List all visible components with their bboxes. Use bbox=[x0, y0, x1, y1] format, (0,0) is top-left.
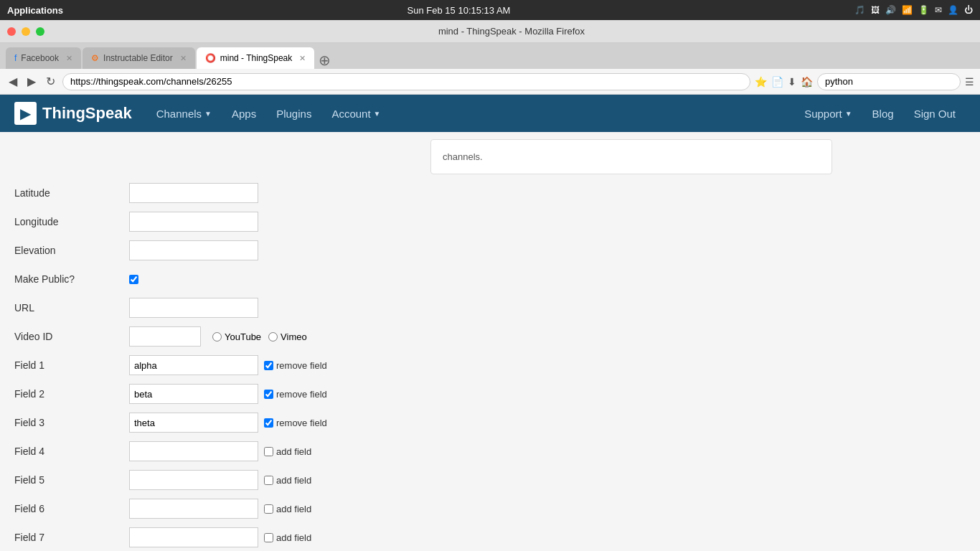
field6-add[interactable]: add field bbox=[264, 504, 311, 514]
thingspeak-favicon: ⭕ bbox=[205, 53, 216, 63]
user-icon: 👤 bbox=[948, 5, 958, 15]
field1-input[interactable] bbox=[129, 355, 258, 375]
field1-remove-checkbox[interactable] bbox=[264, 361, 273, 370]
video-id-row: Video ID YouTube Vimeo bbox=[14, 325, 430, 348]
home-icon[interactable]: 🏠 bbox=[801, 76, 813, 88]
email-icon: ✉ bbox=[935, 5, 942, 15]
image-icon: 🖼 bbox=[871, 5, 880, 15]
tab-instructable-close[interactable]: ✕ bbox=[180, 54, 187, 63]
vimeo-radio-label[interactable]: Vimeo bbox=[268, 331, 307, 342]
field4-add[interactable]: add field bbox=[264, 446, 311, 457]
field2-input[interactable] bbox=[129, 384, 258, 404]
forward-button[interactable]: ▶ bbox=[24, 73, 39, 90]
section-top: channels. bbox=[0, 132, 980, 174]
field6-input[interactable] bbox=[129, 499, 258, 519]
field1-remove[interactable]: remove field bbox=[264, 360, 327, 371]
tab-instructable-label: Instructable Editor bbox=[103, 53, 173, 63]
make-public-label: Make Public? bbox=[14, 273, 129, 285]
field5-input[interactable] bbox=[129, 470, 258, 490]
new-tab-button[interactable]: ⊕ bbox=[319, 52, 331, 69]
video-id-input[interactable] bbox=[129, 326, 201, 347]
refresh-button[interactable]: ↻ bbox=[43, 73, 58, 90]
nav-account[interactable]: Account ▼ bbox=[321, 95, 390, 132]
menu-icon[interactable]: ☰ bbox=[965, 76, 974, 88]
field5-row: Field 5 add field bbox=[14, 468, 430, 491]
nav-plugins[interactable]: Plugins bbox=[266, 95, 321, 132]
field1-input-group: remove field bbox=[129, 355, 327, 375]
main-content: channels. Latitude Longitude Elevation M bbox=[0, 132, 980, 551]
nav-apps[interactable]: Apps bbox=[222, 95, 266, 132]
wifi-icon: 📶 bbox=[902, 5, 913, 15]
field4-input[interactable] bbox=[129, 441, 258, 461]
field7-input[interactable] bbox=[129, 527, 258, 547]
field1-remove-text: remove field bbox=[276, 360, 327, 371]
field5-add-checkbox[interactable] bbox=[264, 476, 273, 485]
field6-add-checkbox[interactable] bbox=[264, 504, 273, 514]
tab-thingspeak[interactable]: ⭕ mind - ThingSpeak ✕ bbox=[197, 47, 315, 69]
vimeo-radio[interactable] bbox=[268, 332, 278, 342]
url-field-input[interactable] bbox=[129, 298, 258, 318]
maximize-window-button[interactable] bbox=[36, 27, 44, 36]
field2-remove-text: remove field bbox=[276, 389, 327, 400]
field6-label: Field 6 bbox=[14, 503, 129, 514]
make-public-checkbox[interactable] bbox=[129, 275, 138, 284]
nav-right: Support ▼ Blog Sign Out bbox=[794, 95, 966, 132]
download-icon[interactable]: ⬇ bbox=[788, 76, 796, 88]
facebook-favicon: f bbox=[14, 53, 17, 63]
youtube-label-text: YouTube bbox=[225, 331, 261, 342]
tab-facebook[interactable]: f Facebook ✕ bbox=[6, 47, 81, 69]
reader-icon[interactable]: 📄 bbox=[771, 76, 783, 88]
field3-input-group: remove field bbox=[129, 413, 327, 433]
make-public-checkbox-wrapper bbox=[129, 275, 138, 284]
field6-row: Field 6 add field bbox=[14, 497, 430, 520]
elevation-input[interactable] bbox=[129, 240, 258, 260]
tab-thingspeak-label: mind - ThingSpeak bbox=[220, 53, 293, 63]
back-button[interactable]: ◀ bbox=[6, 73, 20, 90]
field7-add[interactable]: add field bbox=[264, 532, 311, 543]
url-row: URL bbox=[14, 296, 430, 319]
latitude-input[interactable] bbox=[129, 183, 258, 203]
field5-add[interactable]: add field bbox=[264, 475, 311, 486]
field3-remove[interactable]: remove field bbox=[264, 418, 327, 428]
field3-input[interactable] bbox=[129, 413, 258, 433]
field4-label: Field 4 bbox=[14, 446, 129, 457]
info-text: channels. bbox=[443, 151, 483, 162]
field2-remove[interactable]: remove field bbox=[264, 389, 327, 400]
youtube-radio[interactable] bbox=[212, 332, 222, 342]
field3-remove-text: remove field bbox=[276, 418, 327, 428]
field4-add-checkbox[interactable] bbox=[264, 447, 273, 456]
tab-thingspeak-close[interactable]: ✕ bbox=[299, 54, 306, 63]
nav-blog[interactable]: Blog bbox=[862, 95, 904, 132]
tab-instructable[interactable]: ⚙ Instructable Editor ✕ bbox=[83, 47, 195, 69]
field3-remove-checkbox[interactable] bbox=[264, 418, 273, 428]
power-icon: ⏻ bbox=[964, 5, 973, 15]
longitude-input[interactable] bbox=[129, 212, 258, 232]
elevation-label: Elevation bbox=[14, 245, 129, 256]
minimize-window-button[interactable] bbox=[22, 27, 30, 36]
field5-label: Field 5 bbox=[14, 474, 129, 486]
elevation-row: Elevation bbox=[14, 239, 430, 262]
field2-row: Field 2 remove field bbox=[14, 382, 430, 405]
field1-row: Field 1 remove field bbox=[14, 354, 430, 377]
nav-signout[interactable]: Sign Out bbox=[904, 95, 966, 132]
datetime: Sun Feb 15 10:15:13 AM bbox=[407, 5, 511, 16]
longitude-row: Longitude bbox=[14, 210, 430, 233]
nav-support[interactable]: Support ▼ bbox=[794, 95, 862, 132]
tab-facebook-close[interactable]: ✕ bbox=[66, 54, 72, 63]
make-public-row: Make Public? bbox=[14, 268, 430, 291]
nav-channels[interactable]: Channels ▼ bbox=[146, 95, 222, 132]
field2-remove-checkbox[interactable] bbox=[264, 390, 273, 399]
instructable-favicon: ⚙ bbox=[91, 53, 99, 63]
field5-add-text: add field bbox=[276, 475, 311, 486]
search-input[interactable] bbox=[817, 73, 961, 90]
url-input[interactable] bbox=[62, 73, 750, 90]
close-window-button[interactable] bbox=[7, 27, 16, 36]
channels-dropdown-icon: ▼ bbox=[204, 110, 212, 118]
field7-add-checkbox[interactable] bbox=[264, 533, 273, 542]
youtube-radio-label[interactable]: YouTube bbox=[212, 331, 261, 342]
bookmark-icon[interactable]: ⭐ bbox=[755, 76, 767, 88]
field7-row: Field 7 add field bbox=[14, 526, 430, 549]
form-left: Latitude Longitude Elevation Make Public… bbox=[14, 182, 430, 551]
url-bar: ◀ ▶ ↻ ⭐ 📄 ⬇ 🏠 ☰ bbox=[0, 69, 980, 95]
logo-icon: ▶ bbox=[14, 102, 37, 125]
